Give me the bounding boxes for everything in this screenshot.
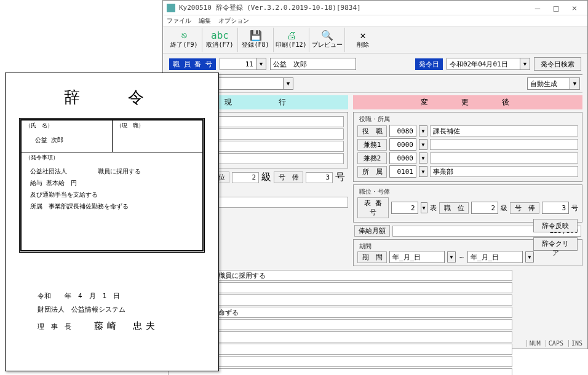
salary-label: 俸給月額 <box>354 225 390 237</box>
order-line[interactable] <box>168 331 512 342</box>
period-to-dropdown[interactable]: ▼ <box>525 251 534 262</box>
tableno-dropdown[interactable]: ▼ <box>421 202 427 213</box>
cur-step: 3 <box>306 172 333 183</box>
menubar: ファイル 編集 オプション <box>163 15 587 26</box>
issue-date-input[interactable] <box>447 58 520 70</box>
doc-body-2: 給与 基本給 円 <box>30 177 194 189</box>
doc-body-4: 所属 事業部課長補佐勤務を命ずる <box>30 200 194 212</box>
order-line[interactable]: を支給する <box>168 294 512 306</box>
tool-delete[interactable]: ✕削除 <box>345 28 381 52</box>
period-to-input[interactable] <box>467 251 523 263</box>
exit-icon: ⎋ <box>181 31 188 41</box>
preview-icon: 🔍 <box>321 31 333 41</box>
emp-no-dropdown[interactable]: ▼ <box>256 58 266 70</box>
role-code-dropdown[interactable]: ▼ <box>419 125 427 136</box>
close-button[interactable]: × <box>565 3 584 13</box>
rank-input[interactable] <box>471 202 498 214</box>
role-name: 課長補佐 <box>430 125 578 136</box>
columns: 現 行 課長補佐 事業部 表 職 位 2 級 号 俸 3 号 235,800 事… <box>168 95 582 266</box>
dept-code-input[interactable] <box>389 165 416 178</box>
tool-cancel[interactable]: abc取消(F7) <box>202 28 238 52</box>
tool-print[interactable]: 🖨印刷(F12) <box>274 28 309 52</box>
maximize-button[interactable]: □ <box>547 3 565 13</box>
rank-word: 級 <box>501 203 507 213</box>
period-from-dropdown[interactable]: ▼ <box>447 251 456 262</box>
clear-button[interactable]: 辞令クリア <box>533 237 578 251</box>
order-line[interactable] <box>168 319 512 330</box>
cur-rank: 2 <box>232 172 259 183</box>
tool-exit[interactable]: ⎋終了(F9) <box>167 28 202 52</box>
k2-code-dropdown[interactable]: ▼ <box>419 152 427 164</box>
emp-no-input[interactable] <box>220 58 256 70</box>
order-type-dropdown[interactable]: ▼ <box>284 77 293 90</box>
cur-step-lab: 号 俸 <box>274 172 303 183</box>
doc-pos-label: （現 職） <box>116 122 199 130</box>
order-document: 辞 令 （氏 名） 公益 次郎 （現 職） （発令事項） 公益社団法人 職員に採… <box>5 73 219 371</box>
k2-name <box>430 152 578 164</box>
period-from-input[interactable] <box>389 251 445 263</box>
tool-save[interactable]: 💾登録(F8) <box>238 28 274 52</box>
filter-row: 職 員 番 号 ▼ 公益 次郎 発令日 ▼ 発令日検索 <box>163 53 587 74</box>
doc-name: 公益 次郎 <box>25 130 108 151</box>
order-line[interactable]: ム 株式会社 職員に採用する <box>168 270 512 281</box>
step-input[interactable] <box>542 202 569 214</box>
doc-order-label: （発令事項） <box>25 154 199 162</box>
order-line[interactable] <box>168 356 512 367</box>
search-issue-date-button[interactable]: 発令日検索 <box>534 57 581 71</box>
tableno-input[interactable] <box>391 202 418 214</box>
role-code-input[interactable] <box>389 125 416 137</box>
tableno-label: 表 番 号 <box>357 197 389 218</box>
cur-step-w: 号 <box>335 171 345 184</box>
minimize-button[interactable]: ― <box>528 3 547 13</box>
change-header: 変 更 後 <box>353 95 582 109</box>
autogen-dropdown[interactable]: ▼ <box>570 77 580 90</box>
doc-frame: （氏 名） 公益 次郎 （現 職） （発令事項） 公益社団法人 職員に採用する … <box>19 118 205 253</box>
order-line[interactable]: 円 <box>168 282 512 293</box>
status-caps: CAPS <box>546 340 566 347</box>
reflect-button[interactable]: 辞令反映 <box>533 219 578 232</box>
emp-no-label: 職 員 番 号 <box>169 58 216 70</box>
affil-legend: 役職・所属 <box>357 115 392 124</box>
k1-code-dropdown[interactable]: ▼ <box>419 139 427 150</box>
step-label: 号 俸 <box>510 202 539 214</box>
titlebar: Ky200510 辞令登録 (Ver.3.2.0.2019-10-18)[983… <box>163 1 587 15</box>
change-affil-fieldset: 役職・所属 役 職 ▼ 課長補佐 兼務1 ▼ 兼務2 ▼ <box>353 112 582 182</box>
side-buttons: 辞令反映 辞令クリア <box>533 219 578 251</box>
order-lines: ム 株式会社 職員に採用する 円 を支給する 課長補佐勤務を命ずる <box>168 270 512 375</box>
issue-date-dropdown[interactable]: ▼ <box>520 58 530 70</box>
print-icon: 🖨 <box>287 31 296 41</box>
grade-legend: 職位・号俸 <box>357 188 392 196</box>
doc-date: 令和 年 4 月 1 日 <box>38 290 205 303</box>
dept-label: 所 属 <box>357 166 387 178</box>
k1-label: 兼務1 <box>357 139 387 151</box>
menu-option[interactable]: オプション <box>218 17 249 25</box>
doc-footer: 令和 年 4 月 1 日 財団法人 公益情報システム 理 事 長 藤崎 忠夫 <box>19 290 205 335</box>
window-title: Ky200510 辞令登録 (Ver.3.2.0.2019-10-18)[983… <box>179 3 361 12</box>
app-window: Ky200510 辞令登録 (Ver.3.2.0.2019-10-18)[983… <box>162 0 588 349</box>
type-row: ▼ ▼ <box>168 74 582 93</box>
cur-rank-w: 級 <box>261 171 271 184</box>
doc-role: 理 事 長 <box>38 323 71 331</box>
dept-code-dropdown[interactable]: ▼ <box>419 166 427 177</box>
menu-edit[interactable]: 編集 <box>199 17 211 25</box>
order-line[interactable] <box>168 368 512 375</box>
app-icon <box>167 4 175 12</box>
issue-date-label: 発令日 <box>415 58 443 70</box>
doc-org: 財団法人 公益情報システム <box>38 303 205 317</box>
doc-body-1: 公益社団法人 職員に採用する <box>30 165 194 177</box>
save-icon: 💾 <box>250 31 262 41</box>
order-line[interactable]: 課長補佐勤務を命ずる <box>168 307 512 318</box>
role-label: 役 職 <box>357 125 387 137</box>
doc-name-label: （氏 名） <box>25 122 108 130</box>
order-line[interactable] <box>168 344 512 355</box>
k1-name <box>430 139 578 150</box>
status-ins: INS <box>568 340 585 347</box>
k1-code-input[interactable] <box>389 138 416 151</box>
cancel-icon: abc <box>211 31 229 41</box>
k2-code-input[interactable] <box>389 152 416 164</box>
period-label: 期 間 <box>357 251 387 263</box>
menu-file[interactable]: ファイル <box>167 17 191 25</box>
doc-body-3: 及び通勤手当を支給する <box>30 189 194 200</box>
autogen-select[interactable] <box>527 77 570 90</box>
tool-preview[interactable]: 🔍プレビュー <box>309 28 345 52</box>
